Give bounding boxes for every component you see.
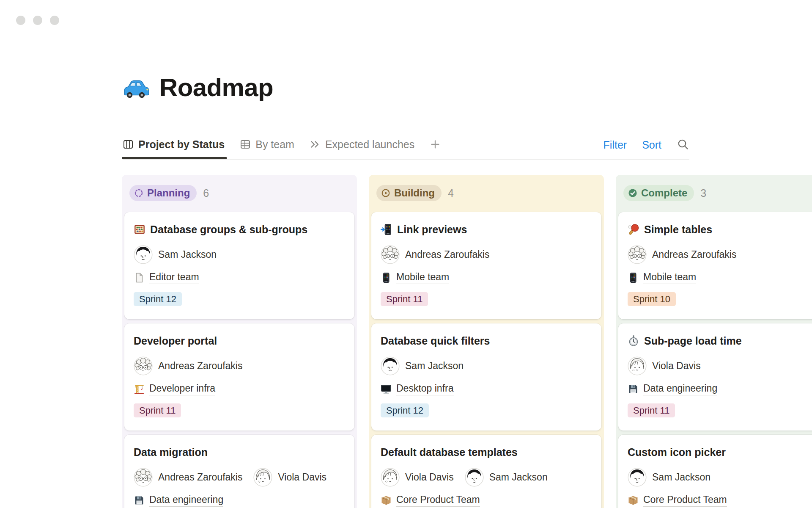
avatar-sam-jackson [465, 468, 484, 487]
card-title: Sub-page load time [644, 334, 742, 348]
assignee: Sam Jackson [134, 245, 217, 264]
desktop-emoji [381, 384, 392, 395]
assignee: Andreas Zaroufakis [628, 245, 736, 264]
sprint-tag: Sprint 11 [628, 403, 675, 417]
team-row: Mobile team [628, 271, 812, 284]
card-title: Data migration [134, 445, 208, 459]
filter-button[interactable]: Filter [604, 138, 627, 151]
assignee-name: Andreas Zaroufakis [158, 472, 242, 483]
assignee-row: Andreas Zaroufakis [628, 245, 812, 264]
card-title-row: Developer portal [134, 334, 345, 348]
status-badge[interactable]: Complete [623, 185, 694, 201]
avatar-sam-jackson [628, 468, 647, 487]
tab-project-by-status[interactable]: Project by Status [123, 137, 225, 159]
card[interactable]: Link previewsAndreas ZaroufakisMobile te… [371, 212, 601, 319]
window-control-dot [33, 16, 42, 25]
column-count: 3 [700, 187, 706, 199]
card-title-row: Simple tables [628, 223, 812, 236]
play-circle-icon [381, 188, 390, 198]
status-label: Building [394, 187, 435, 199]
assignee-row: Viola DavisSam Jackson [381, 468, 592, 487]
avatar-viola-davis [253, 468, 272, 487]
team-relation-link[interactable]: Data engineering [149, 494, 223, 507]
card[interactable]: Developer portalAndreas ZaroufakisDevelo… [124, 323, 354, 431]
team-row: Editor team [134, 271, 345, 284]
assignee-name: Viola Davis [652, 360, 701, 372]
status-label: Planning [147, 187, 190, 199]
status-badge[interactable]: Planning [129, 185, 197, 201]
assignee-name: Viola Davis [278, 472, 326, 483]
window-control-dot [16, 16, 25, 25]
assignee-name: Andreas Zaroufakis [652, 249, 736, 260]
team-relation-link[interactable]: Desktop infra [396, 383, 454, 395]
team-relation-link[interactable]: Core Product Team [643, 494, 727, 507]
phone-arrow-emoji [381, 224, 392, 235]
team-row: Core Product Team [381, 494, 592, 507]
page-title: Roadmap [159, 73, 273, 102]
floppy-emoji [628, 384, 639, 395]
sprint-tag: Sprint 11 [134, 403, 181, 417]
team-relation-link[interactable]: Data engineering [643, 383, 717, 395]
package-emoji [628, 495, 639, 506]
avatar-andreas-zaroufakis [381, 245, 400, 264]
page-header: Roadmap [122, 73, 273, 102]
column-count: 6 [203, 187, 209, 199]
assignee-row: Andreas Zaroufakis [381, 245, 592, 264]
team-relation-link[interactable]: Developer infra [149, 383, 215, 395]
column-header: Planning6 [124, 185, 354, 201]
card-title: Developer portal [134, 334, 217, 348]
assignee: Sam Jackson [465, 468, 548, 487]
sort-button[interactable]: Sort [642, 138, 661, 151]
avatar-andreas-zaroufakis [628, 245, 647, 264]
view-tabbar: Project by StatusBy teamExpected launche… [123, 137, 689, 160]
board-toolbar: Filter Sort [604, 137, 689, 159]
team-relation-link[interactable]: Mobile team [396, 271, 449, 284]
card-list: Database groups & sub-groupsSam JacksonE… [124, 212, 354, 508]
card-title-row: Custom icon picker [628, 445, 812, 459]
team-relation-link[interactable]: Core Product Team [396, 494, 480, 507]
assignee: Sam Jackson [628, 468, 710, 487]
status-column-building: Building4Link previewsAndreas Zaroufakis… [369, 175, 604, 508]
assignee-name: Sam Jackson [158, 249, 217, 260]
team-row: Developer infra [134, 383, 345, 395]
assignee-row: Andreas Zaroufakis [134, 356, 345, 375]
card[interactable]: Data migrationAndreas ZaroufakisViola Da… [124, 435, 354, 508]
assignee: Andreas Zaroufakis [134, 356, 242, 375]
assignee-row: Andreas ZaroufakisViola Davis [134, 468, 345, 487]
team-relation-link[interactable]: Editor team [149, 271, 199, 284]
avatar-sam-jackson [381, 356, 400, 375]
card[interactable]: Custom icon pickerSam JacksonCore Produc… [618, 435, 812, 508]
card[interactable]: Simple tablesAndreas ZaroufakisMobile te… [618, 212, 812, 319]
window-controls [16, 16, 59, 25]
card-list: Link previewsAndreas ZaroufakisMobile te… [371, 212, 601, 508]
package-emoji [381, 495, 392, 506]
crane-emoji [134, 384, 145, 395]
tab-label: Project by Status [138, 138, 225, 151]
card[interactable]: Sub-page load timeViola DavisData engine… [618, 323, 812, 431]
search-icon[interactable] [677, 138, 689, 151]
card-title: Database quick filters [381, 334, 490, 348]
tab-by-team[interactable]: By team [240, 137, 294, 159]
column-count: 4 [448, 187, 454, 199]
team-relation-link[interactable]: Mobile team [643, 271, 696, 284]
kanban-board: Planning6Database groups & sub-groupsSam… [122, 175, 812, 508]
assignee: Viola Davis [628, 356, 701, 375]
board-view-icon [123, 139, 134, 150]
phone-emoji [381, 272, 392, 283]
card[interactable]: Default database templatesViola DavisSam… [371, 435, 601, 508]
card[interactable]: Database quick filtersSam JacksonDesktop… [371, 323, 601, 431]
tab-expected-launches[interactable]: Expected launches [310, 137, 414, 159]
page-icon [134, 272, 145, 283]
paddle-emoji [628, 224, 639, 235]
team-row: Mobile team [381, 271, 592, 284]
status-column-planning: Planning6Database groups & sub-groupsSam… [122, 175, 357, 508]
dashed-circle-icon [134, 188, 143, 198]
status-badge[interactable]: Building [376, 185, 442, 201]
add-view-button[interactable] [430, 139, 441, 150]
tab-label: By team [255, 138, 294, 151]
card-title-row: Data migration [134, 445, 345, 459]
assignee: Sam Jackson [381, 356, 464, 375]
card-list: Simple tablesAndreas ZaroufakisMobile te… [618, 212, 812, 508]
card[interactable]: Database groups & sub-groupsSam JacksonE… [124, 212, 354, 319]
assignee-name: Sam Jackson [652, 472, 710, 483]
